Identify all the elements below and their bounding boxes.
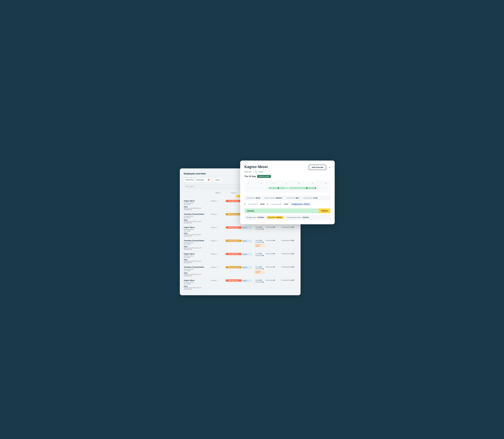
calendar-icon: 📅	[207, 179, 210, 181]
employee-row[interactable]: Kagiso Nkosi General worker No. 54367 To…	[184, 252, 297, 265]
overtime-line: · Overtime 2.5	[255, 255, 265, 256]
cell-missing-badge: Missing clock-in	[226, 253, 241, 255]
employee-totals-label: Totals	[184, 232, 210, 234]
employee-role: General worker	[184, 202, 210, 204]
cell-short-time: · Short time 4.5	[265, 279, 281, 281]
employee-totals-label: Totals	[184, 286, 210, 287]
hours-val: 8.5	[260, 226, 262, 228]
cell-absent: Absent	[241, 226, 252, 229]
ext-dot: ·	[281, 253, 281, 255]
hours-line: · Hours 8.5	[255, 279, 265, 281]
teams-button[interactable]: Teams	[213, 178, 223, 182]
cell-missing-badge: Missing clock-in	[226, 279, 241, 282]
employee-row[interactable]: Thandiwe (Thandi) Botha General worker N…	[184, 265, 297, 278]
hours-dot: ·	[255, 240, 255, 241]
employee-info: Kagiso Nkosi General worker No. 23456 To…	[184, 226, 210, 237]
cell-short-time: · Short time 4.5	[265, 226, 281, 228]
holiday-num: 9	[217, 227, 218, 228]
hours-bar-yellow: 01h01m	[319, 208, 330, 213]
search-placeholder: Search	[189, 185, 194, 187]
employee-totals-label: Totals	[184, 206, 210, 207]
add-override-button[interactable]: Add Override	[309, 165, 326, 170]
employee-name: Kagiso Nkosi	[184, 200, 210, 202]
hours-dot: ·	[255, 279, 255, 281]
missing-badge: Missing clock-out	[226, 213, 241, 215]
employee-id: No. 23456	[184, 230, 210, 232]
employee-id: No. 54321	[184, 204, 210, 205]
overtime-line: · Overtime 2.5	[255, 242, 265, 243]
search-icon: 🔍	[186, 185, 188, 187]
tl-14: 14	[325, 183, 327, 184]
cell-short-time: · Short time 4.5	[265, 253, 281, 255]
hours-dot: ·	[255, 226, 255, 228]
tl-dot-9	[315, 187, 316, 189]
employee-totals-label: Totals	[184, 259, 210, 260]
hours-bar-green: 06h29m	[244, 208, 319, 213]
modal-actions: Add Override ×	[309, 165, 330, 170]
employee-row[interactable]: Kagiso Nkosi General worker No. 23456 To…	[184, 225, 297, 238]
hours-val: 8.5	[260, 266, 262, 268]
tl-6: 6	[273, 183, 274, 184]
holiday-text: Holiday	[211, 200, 216, 202]
employee-stats: Working hours 45 Over time 9	[184, 207, 210, 209]
clocked-in-label: Clocked in	[247, 197, 255, 199]
clock-detail-row: First Clock-in 04:50 Last Clock-out 12:0…	[244, 203, 330, 206]
budget-row-value: 07h30m	[258, 216, 264, 218]
holiday-text: Holiday	[211, 253, 216, 255]
date-range-label: Enter a date range	[185, 177, 197, 178]
short-time-label: Short time	[268, 217, 275, 218]
overtime-dot: ·	[255, 242, 255, 243]
close-button[interactable]: ×	[329, 166, 330, 169]
first-clock-label: First Clock-in	[249, 203, 258, 205]
employee-stats: Working hours 45 Over time 9	[184, 274, 210, 275]
overtime-val: 2.5	[262, 255, 264, 256]
employee-info: Thandiwe (Thandi) Botha General worker N…	[184, 266, 210, 277]
missing-badge: Missing clock-in	[226, 253, 241, 255]
employee-role: General worker	[184, 215, 210, 217]
tl-dot-7	[309, 188, 310, 188]
clocked-out-value: 11:20	[313, 197, 317, 199]
dot-first-clock	[244, 204, 245, 205]
hours-worked-value: 04h37m	[276, 197, 282, 199]
cell-hours-block: · Hours 8.5 · Overtime 2.5	[253, 226, 265, 230]
employee-stats: Working hours 45 Over time 9	[184, 260, 210, 262]
hours-val: 8.5	[260, 253, 262, 255]
bullet-holiday: ·	[210, 200, 210, 202]
cell-missing-badge: Missing clock-in	[226, 226, 241, 229]
holiday-num: 9	[217, 253, 218, 255]
holiday-text: Holiday	[211, 227, 216, 228]
clock-info-bar: Clocked in 06:13 Hours worked 04h37m Lun…	[244, 195, 330, 201]
timeline-numbers: 2 4 6 8 10 12 14	[247, 183, 328, 184]
holiday-num: 9	[217, 213, 218, 215]
cell-absent: Absent	[241, 279, 252, 282]
cell-data: Absent · Hours 8.5 · Overtime 2.5 Overri…	[241, 240, 265, 247]
short-time-val: 4.5	[273, 266, 275, 268]
bullet-holiday: ·	[210, 266, 210, 268]
cell-data: Absent · Hours 8.5 · Overtime 2.5	[241, 253, 265, 256]
minus-sign: -	[265, 216, 266, 218]
budget-row-label: Budget hours	[247, 216, 257, 218]
employee-role: General worker	[184, 229, 210, 230]
short-dot: ·	[265, 240, 265, 241]
ext-time-val: 12.5	[291, 253, 294, 255]
employee-row[interactable]: Kagiso Nkosi General worker No. 45678 To…	[184, 278, 297, 291]
cell-data: Absent · Hours 8.5 · Overtime 2.5 Overri…	[241, 266, 265, 274]
ext-dot: ·	[281, 240, 281, 241]
cell-hours-block: · Hours 8.5 · Overtime 2.5 Override appl…	[253, 266, 265, 274]
tl-dot-3	[278, 187, 279, 189]
short-dot: ·	[265, 266, 265, 268]
ext-time-val: 12.5	[291, 240, 294, 241]
ext-time-val: 12.5	[291, 226, 294, 228]
cell-short-time: · Short time 4.5	[265, 240, 281, 241]
date-range-field[interactable]: Enter a date range 09/08/2024 - 15/08/20…	[184, 178, 212, 182]
employee-saturdays: Saturdays 5.6	[184, 222, 210, 224]
subtitle-num: No. 54321	[255, 171, 264, 173]
hours-bar-section: 06h29m 01h01m	[244, 208, 330, 213]
ext-dot: ·	[281, 279, 281, 281]
col-mon-header: MON 9	[210, 192, 226, 194]
overtime-line: · Overtime 2.5	[255, 268, 265, 269]
employee-totals-label: Totals	[184, 219, 210, 221]
clocked-out-item: Clocked out 11:20	[303, 197, 319, 199]
employee-row[interactable]: Thandiwe (Thandi) Botha General worker N…	[184, 238, 297, 252]
hours-line: · Hours 8.5	[255, 240, 265, 241]
